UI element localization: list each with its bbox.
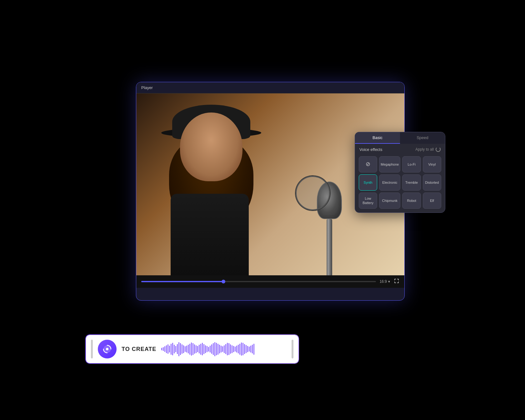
waveform-bar bbox=[214, 342, 215, 356]
waveform-bar bbox=[202, 343, 203, 355]
track-handle-left[interactable] bbox=[91, 340, 93, 358]
waveform-bar bbox=[225, 344, 226, 354]
effect-btn-robot[interactable]: Robot bbox=[402, 192, 421, 209]
waveform-bar bbox=[232, 345, 232, 353]
waveform-bar bbox=[238, 345, 239, 353]
singer-head bbox=[180, 112, 242, 181]
waveform-bar bbox=[228, 343, 229, 355]
apply-all-label: Apply to all bbox=[415, 147, 434, 152]
waveform-bar bbox=[207, 346, 208, 352]
waveform-bar bbox=[250, 346, 251, 352]
audio-track-label: TO CREATE bbox=[122, 346, 156, 352]
effect-btn-megaphone[interactable]: Megaphone bbox=[379, 156, 400, 172]
scene: Player bbox=[98, 69, 427, 351]
tab-basic[interactable]: Basic bbox=[355, 132, 400, 144]
effect-btn-lo-fi[interactable]: Lo-Fi bbox=[402, 156, 421, 172]
singer-silhouette bbox=[152, 103, 277, 288]
waveform-bar bbox=[219, 345, 220, 353]
pop-filter bbox=[296, 176, 330, 210]
track-handle-right[interactable] bbox=[292, 340, 293, 358]
fullscreen-button[interactable] bbox=[394, 278, 399, 285]
effect-btn-none[interactable]: ⊘ bbox=[359, 156, 377, 172]
mic-body bbox=[327, 219, 332, 282]
waveform-bar bbox=[175, 346, 176, 352]
waveform-bar bbox=[239, 344, 240, 355]
waveform-bar bbox=[168, 344, 168, 354]
waveform-bar bbox=[216, 343, 217, 355]
waveform-bar bbox=[163, 347, 164, 351]
waveform-bar bbox=[244, 344, 245, 354]
effect-btn-chipmunk[interactable]: Chipmunk bbox=[379, 192, 400, 209]
waveform-bar bbox=[185, 346, 186, 352]
effect-btn-electronic[interactable]: Electronic bbox=[379, 174, 400, 191]
mic-head bbox=[317, 182, 342, 219]
waveform-bar bbox=[172, 343, 173, 355]
aspect-ratio-button[interactable]: 16:9 ▾ bbox=[380, 279, 390, 284]
svg-point-9 bbox=[106, 348, 108, 350]
waveform-bar bbox=[192, 343, 193, 355]
timeline-progress bbox=[141, 281, 223, 282]
waveform-bar bbox=[210, 346, 211, 352]
waveform-bar bbox=[249, 347, 250, 352]
refresh-icon bbox=[436, 147, 441, 152]
microphone bbox=[317, 182, 342, 282]
waveform-bar bbox=[230, 344, 231, 354]
waveform-bar bbox=[197, 346, 198, 352]
singer-body bbox=[171, 194, 249, 288]
waveform-bar bbox=[235, 347, 236, 352]
waveform-bar bbox=[194, 344, 195, 354]
voice-effects-label: Voice effects bbox=[359, 147, 382, 152]
waveform-bar bbox=[227, 343, 228, 355]
effect-btn-elf[interactable]: Elf bbox=[423, 192, 441, 209]
chevron-down-icon: ▾ bbox=[388, 279, 390, 284]
svg-rect-5 bbox=[394, 282, 395, 283]
timeline-track[interactable] bbox=[141, 281, 376, 282]
waveform-bar bbox=[221, 346, 222, 352]
voice-panel-tabs: Basic Speed bbox=[355, 132, 445, 144]
effect-btn-tremble[interactable]: Tremble bbox=[402, 174, 421, 191]
svg-rect-7 bbox=[398, 282, 399, 283]
waveform-bar bbox=[186, 346, 187, 352]
waveform-bar bbox=[191, 342, 192, 356]
waveform-bar bbox=[242, 343, 243, 355]
waveform-bar bbox=[205, 345, 206, 353]
effect-btn-synth[interactable]: Synth bbox=[359, 174, 377, 191]
voice-effects-panel: Basic Speed Voice effects Apply to all ⊘… bbox=[355, 132, 445, 213]
waveform-bar bbox=[233, 346, 234, 352]
apply-all-button[interactable]: Apply to all bbox=[415, 147, 441, 152]
waveform-bar bbox=[241, 342, 242, 356]
audio-waveform bbox=[161, 341, 287, 358]
tab-speed[interactable]: Speed bbox=[400, 132, 445, 144]
waveform-bar bbox=[166, 345, 167, 353]
effect-btn-vinyl[interactable]: Vinyl bbox=[423, 156, 441, 172]
aspect-ratio-label: 16:9 bbox=[380, 279, 387, 284]
waveform-bar bbox=[177, 344, 178, 354]
waveform-bar bbox=[200, 344, 201, 355]
timeline-thumb bbox=[222, 280, 225, 283]
waveform-bar bbox=[252, 345, 253, 353]
effect-btn-distorted[interactable]: Distorted bbox=[423, 174, 441, 191]
timeline-bar: 16:9 ▾ bbox=[136, 275, 404, 288]
waveform-bar bbox=[182, 344, 182, 354]
effect-btn-low-battery[interactable]: Low Battery bbox=[359, 192, 377, 209]
waveform-bar bbox=[203, 344, 204, 354]
waveform-bar bbox=[174, 345, 175, 353]
waveform-bar bbox=[199, 345, 200, 353]
waveform-bar bbox=[169, 346, 170, 352]
waveform-bar bbox=[208, 347, 209, 352]
effects-grid: ⊘MegaphoneLo-FiVinylSynthElectronicTremb… bbox=[355, 154, 445, 212]
waveform-bar bbox=[211, 344, 212, 354]
waveform-bar bbox=[247, 346, 248, 352]
waveform-bar bbox=[189, 344, 190, 355]
waveform-bar bbox=[164, 346, 165, 352]
waveform-bar bbox=[236, 346, 237, 352]
waveform-bar bbox=[171, 344, 172, 355]
audio-track: TO CREATE bbox=[86, 335, 298, 363]
waveform-bar bbox=[224, 345, 225, 353]
waveform-bar bbox=[253, 344, 254, 355]
player-title: Player bbox=[141, 85, 153, 90]
svg-rect-3 bbox=[398, 279, 399, 280]
waveform-bar bbox=[213, 343, 214, 355]
waveform-bar bbox=[246, 345, 247, 353]
player-titlebar: Player bbox=[136, 82, 404, 93]
